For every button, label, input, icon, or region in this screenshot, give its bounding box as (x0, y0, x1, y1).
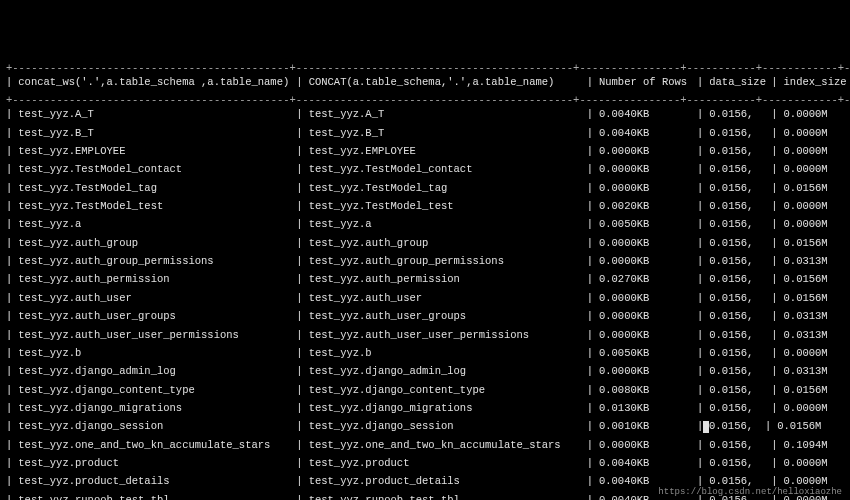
cell-rows: 0.0050KB (599, 346, 697, 360)
cell-concat-ws: test_yyz.auth_group (18, 236, 296, 250)
table-row: | test_yyz.auth_permission | test_yyz.au… (6, 272, 844, 290)
table-row: | test_yyz.product | test_yyz.product | … (6, 456, 844, 474)
cell-index-size: 0.0156M (784, 383, 850, 397)
cell-rows: 0.0000KB (599, 291, 697, 305)
table-row: | test_yyz.auth_user_groups | test_yyz.a… (6, 309, 844, 327)
cell-data-size: 0.0156, (709, 254, 771, 268)
table-row: | test_yyz.b | test_yyz.b | 0.0050KB | 0… (6, 346, 844, 364)
cell-data-size: 0.0156, (709, 217, 771, 231)
cell-concat: test_yyz.auth_user_groups (309, 309, 587, 323)
cell-rows: 0.0000KB (599, 181, 697, 195)
table-row: | test_yyz.B_T | test_yyz.B_T | 0.0040KB… (6, 126, 844, 144)
cell-data-size: 0.0156, (709, 401, 771, 415)
cell-data-size: 0.0156, (709, 383, 771, 397)
col-header-rows: Number of Rows (599, 75, 697, 89)
cell-data-size: 0.0156, (709, 456, 771, 470)
cell-concat-ws: test_yyz.django_admin_log (18, 364, 296, 378)
table-row: | test_yyz.A_T | test_yyz.A_T | 0.0040KB… (6, 107, 844, 125)
cell-rows: 0.0040KB (599, 126, 697, 140)
cell-concat-ws: test_yyz.auth_permission (18, 272, 296, 286)
cell-rows: 0.0010KB (599, 419, 697, 433)
table-row: | test_yyz.TestModel_test | test_yyz.Tes… (6, 199, 844, 217)
cell-index-size: 0.0000M (784, 401, 850, 415)
table-row: | test_yyz.EMPLOYEE | test_yyz.EMPLOYEE … (6, 144, 844, 162)
cell-index-size: 0.0000M (784, 199, 850, 213)
cell-data-size: 0.0156, (709, 181, 771, 195)
table-row: | test_yyz.one_and_two_kn_accumulate_sta… (6, 438, 844, 456)
cell-index-size: 0.0000M (784, 107, 850, 121)
col-header-concat: CONCAT(a.table_schema,'.',a.table_name) (309, 75, 587, 89)
cell-concat-ws: test_yyz.b (18, 346, 296, 360)
cell-index-size: 0.0156M (784, 272, 850, 286)
cell-rows: 0.0000KB (599, 144, 697, 158)
cell-concat: test_yyz.django_migrations (309, 401, 587, 415)
top-border: +---------------------------------------… (6, 61, 844, 75)
cell-concat: test_yyz.auth_user (309, 291, 587, 305)
cell-rows: 0.0050KB (599, 217, 697, 231)
cell-concat-ws: test_yyz.django_session (18, 419, 296, 433)
cell-index-size: 0.0313M (784, 254, 850, 268)
cell-rows: 0.0000KB (599, 309, 697, 323)
cell-concat: test_yyz.TestModel_contact (309, 162, 587, 176)
cell-concat: test_yyz.TestModel_test (309, 199, 587, 213)
table-row: | test_yyz.auth_group_permissions | test… (6, 254, 844, 272)
cell-concat: test_yyz.b (309, 346, 587, 360)
cell-concat-ws: test_yyz.A_T (18, 107, 296, 121)
table-row: | test_yyz.TestModel_contact | test_yyz.… (6, 162, 844, 180)
cell-index-size: 0.1094M (784, 438, 850, 452)
header-row: | concat_ws('.',a.table_schema ,a.table_… (6, 75, 844, 93)
cell-data-size: 0.0156, (709, 162, 771, 176)
cell-concat-ws: test_yyz.auth_user (18, 291, 296, 305)
cell-data-size: 0.0156, (709, 291, 771, 305)
cell-data-size: 0.0156, (709, 346, 771, 360)
cell-concat: test_yyz.a (309, 217, 587, 231)
col-header-concat-ws: concat_ws('.',a.table_schema ,a.table_na… (18, 75, 296, 89)
cell-data-size: 0.0156, (709, 107, 771, 121)
cell-rows: 0.0000KB (599, 328, 697, 342)
table-row: | test_yyz.TestModel_tag | test_yyz.Test… (6, 181, 844, 199)
cell-rows: 0.0040KB (599, 107, 697, 121)
cell-concat: test_yyz.runoob_test_tbl (309, 493, 587, 500)
cell-rows: 0.0000KB (599, 438, 697, 452)
cell-rows: 0.0000KB (599, 162, 697, 176)
table-row: | test_yyz.django_content_type | test_yy… (6, 383, 844, 401)
cell-index-size: 0.0000M (784, 217, 850, 231)
cell-rows: 0.0270KB (599, 272, 697, 286)
cell-concat-ws: test_yyz.TestModel_contact (18, 162, 296, 176)
cell-index-size: 0.0000M (784, 144, 850, 158)
col-header-data-size: data_size (709, 75, 771, 89)
cell-concat-ws: test_yyz.TestModel_test (18, 199, 296, 213)
cell-index-size: 0.0156M (784, 236, 850, 250)
table-row: | test_yyz.django_session | test_yyz.dja… (6, 419, 844, 437)
cell-concat: test_yyz.product_details (309, 474, 587, 488)
cell-concat: test_yyz.TestModel_tag (309, 181, 587, 195)
cell-rows: 0.0000KB (599, 236, 697, 250)
cell-concat-ws: test_yyz.one_and_two_kn_accumulate_stars (18, 438, 296, 452)
cell-index-size: 0.0000M (784, 346, 850, 360)
cell-concat: test_yyz.product (309, 456, 587, 470)
cell-concat: test_yyz.auth_permission (309, 272, 587, 286)
cell-concat-ws: test_yyz.django_content_type (18, 383, 296, 397)
cell-concat-ws: test_yyz.auth_user_groups (18, 309, 296, 323)
cell-data-size: 0.0156, (709, 272, 771, 286)
cell-concat: test_yyz.django_session (309, 419, 587, 433)
cell-data-size: 0.0156, (709, 126, 771, 140)
cell-index-size: 0.0313M (784, 328, 850, 342)
cell-concat: test_yyz.A_T (309, 107, 587, 121)
cell-concat-ws: test_yyz.product (18, 456, 296, 470)
sql-result-table: +---------------------------------------… (6, 61, 844, 500)
cell-index-size: 0.0313M (784, 309, 850, 323)
table-row: | test_yyz.a | test_yyz.a | 0.0050KB | 0… (6, 217, 844, 235)
cell-concat-ws: test_yyz.django_migrations (18, 401, 296, 415)
cell-rows: 0.0080KB (599, 383, 697, 397)
cell-rows: 0.0040KB (599, 456, 697, 470)
cell-concat: test_yyz.auth_group (309, 236, 587, 250)
cell-rows: 0.0130KB (599, 401, 697, 415)
table-row: | test_yyz.auth_user_user_permissions | … (6, 328, 844, 346)
cell-concat-ws: test_yyz.auth_group_permissions (18, 254, 296, 268)
cell-data-size: 0.0156, (709, 364, 771, 378)
col-header-index-size: index_size (784, 75, 850, 89)
cell-data-size: 0.0156, (709, 199, 771, 213)
cell-concat: test_yyz.EMPLOYEE (309, 144, 587, 158)
cell-concat-ws: test_yyz.B_T (18, 126, 296, 140)
